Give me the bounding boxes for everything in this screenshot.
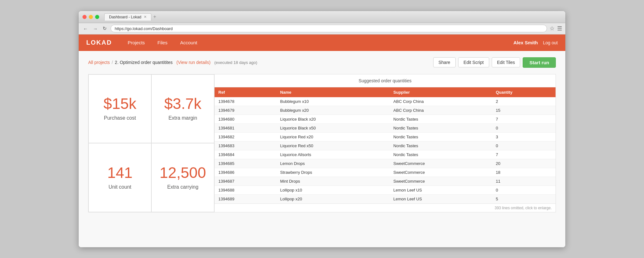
cell-quantity: 3 — [492, 132, 556, 141]
table-row: 1394686 Strawberry Drops SweetCommerce 1… — [215, 168, 556, 177]
cell-supplier: Nordic Tastes — [390, 115, 492, 123]
table-row: 1394687 Mint Drops SweetCommerce 11 — [215, 177, 556, 186]
cell-quantity: 20 — [492, 159, 556, 168]
refresh-button[interactable]: ↻ — [101, 25, 108, 32]
cell-ref: 1394680 — [215, 115, 276, 123]
user-name: Alex Smith — [513, 40, 538, 45]
cell-ref: 1394688 — [215, 186, 276, 194]
tile-purchase-cost: $15k Purchase cost — [88, 74, 151, 143]
table-row: 1394681 Liquorice Black x50 Nordic Taste… — [215, 123, 556, 132]
cell-quantity: 0 — [492, 186, 556, 194]
logout-link[interactable]: Log out — [543, 40, 558, 45]
table-row: 1394688 Lollipop x10 Lemon Leef US 0 — [215, 186, 556, 194]
active-tab[interactable]: Dashboard - Lokad ✕ — [104, 13, 151, 21]
cell-ref: 1394685 — [215, 159, 276, 168]
logo: LOKAD — [86, 39, 112, 46]
extra-carrying-value: 12,500 — [160, 165, 206, 180]
table-title: Suggested order quantities — [215, 74, 556, 87]
close-button[interactable] — [82, 15, 87, 19]
cell-quantity: 11 — [492, 177, 556, 186]
cell-ref: 1394679 — [215, 106, 276, 115]
purchase-cost-value: $15k — [103, 96, 136, 111]
cell-ref: 1394681 — [215, 123, 276, 132]
dashboard-content: $15k Purchase cost $3.7k Extra margin 14… — [88, 74, 556, 212]
table-header-row: Ref Name Supplier Quantity — [215, 87, 556, 97]
start-run-button[interactable]: Start run — [523, 57, 556, 68]
col-quantity: Quantity — [492, 87, 556, 97]
cell-supplier: Nordic Tastes — [390, 141, 492, 150]
view-run-link[interactable]: (View run details) — [176, 60, 210, 65]
cell-quantity: 5 — [492, 194, 556, 203]
maximize-button[interactable] — [95, 15, 99, 19]
edit-script-button[interactable]: Edit Script — [458, 57, 489, 67]
cell-quantity: 15 — [492, 106, 556, 115]
cell-supplier: ABC Corp China — [390, 97, 492, 106]
cell-name: Strawberry Drops — [276, 168, 390, 177]
extra-carrying-label: Extra carrying — [167, 184, 198, 190]
back-button[interactable]: ← — [82, 25, 89, 32]
edit-tiles-button[interactable]: Edit Tiles — [492, 57, 520, 67]
data-table: Ref Name Supplier Quantity 1394678 Bubbl… — [215, 87, 556, 204]
cell-name: Liquorice Red x20 — [276, 132, 390, 141]
table-row: 1394682 Liquorice Red x20 Nordic Tastes … — [215, 132, 556, 141]
breadcrumb-separator: / — [112, 60, 113, 65]
cell-supplier: Lemon Leef US — [390, 194, 492, 203]
tiles-grid: $15k Purchase cost $3.7k Extra margin 14… — [88, 74, 215, 212]
main-nav: Projects Files Account — [121, 35, 204, 51]
action-buttons: Share Edit Script Edit Tiles Start run — [433, 57, 556, 68]
browser-window: Dashboard - Lokad ✕ + ← → ↻ ☆ ☰ LOKAD Pr… — [79, 11, 565, 247]
table-footer[interactable]: 393 lines omitted, click to enlarge. — [215, 204, 556, 212]
nav-projects[interactable]: Projects — [121, 35, 151, 51]
table-row: 1394683 Liquorice Red x50 Nordic Tastes … — [215, 141, 556, 150]
user-section: Alex Smith Log out — [513, 40, 558, 45]
menu-icon[interactable]: ☰ — [557, 25, 562, 32]
cell-supplier: Nordic Tastes — [390, 123, 492, 132]
cell-quantity: 18 — [492, 168, 556, 177]
cell-ref: 1394686 — [215, 168, 276, 177]
minimize-button[interactable] — [89, 15, 93, 19]
tile-extra-carrying: 12,500 Extra carrying — [151, 143, 214, 212]
new-tab-button[interactable]: + — [153, 14, 156, 20]
all-projects-link[interactable]: All projects — [88, 60, 110, 65]
tile-unit-count: 141 Unit count — [88, 143, 151, 212]
cell-supplier: SweetCommerce — [390, 168, 492, 177]
tab-bar: Dashboard - Lokad ✕ + — [104, 13, 156, 21]
col-name: Name — [276, 87, 390, 97]
cell-ref: 1394689 — [215, 194, 276, 203]
cell-name: Liquorice Black x50 — [276, 123, 390, 132]
share-button[interactable]: Share — [433, 57, 456, 67]
col-supplier: Supplier — [390, 87, 492, 97]
purchase-cost-label: Purchase cost — [104, 115, 136, 121]
table-body: 1394678 Bubblegum x10 ABC Corp China 2 1… — [215, 97, 556, 204]
cell-name: Lollipop x10 — [276, 186, 390, 194]
address-input[interactable] — [111, 25, 547, 32]
table-row: 1394680 Liquorice Black x20 Nordic Taste… — [215, 115, 556, 123]
forward-button[interactable]: → — [92, 25, 99, 32]
cell-supplier: Nordic Tastes — [390, 150, 492, 159]
cell-supplier: SweetCommerce — [390, 159, 492, 168]
cell-name: Bubblegum x20 — [276, 106, 390, 115]
cell-quantity: 7 — [492, 150, 556, 159]
cell-name: Liquorice Allsorts — [276, 150, 390, 159]
nav-files[interactable]: Files — [151, 35, 174, 51]
main-content: All projects / 2. Optimized order quanti… — [79, 51, 565, 247]
table-section: Suggested order quantities Ref Name Supp… — [215, 74, 556, 212]
bookmark-icon[interactable]: ☆ — [550, 25, 555, 32]
cell-quantity: 7 — [492, 115, 556, 123]
cell-ref: 1394687 — [215, 177, 276, 186]
nav-account[interactable]: Account — [174, 35, 204, 51]
table-row: 1394684 Liquorice Allsorts Nordic Tastes… — [215, 150, 556, 159]
breadcrumb: All projects / 2. Optimized order quanti… — [88, 60, 257, 65]
cell-supplier: Nordic Tastes — [390, 132, 492, 141]
table-row: 1394685 Lemon Drops SweetCommerce 20 — [215, 159, 556, 168]
unit-count-label: Unit count — [108, 184, 131, 190]
table-row: 1394678 Bubblegum x10 ABC Corp China 2 — [215, 97, 556, 106]
tile-extra-margin: $3.7k Extra margin — [151, 74, 214, 143]
cell-supplier: SweetCommerce — [390, 177, 492, 186]
cell-ref: 1394682 — [215, 132, 276, 141]
cell-quantity: 0 — [492, 141, 556, 150]
extra-margin-value: $3.7k — [164, 96, 201, 111]
extra-margin-label: Extra margin — [168, 115, 197, 121]
tab-close-icon[interactable]: ✕ — [144, 15, 147, 19]
window-controls — [82, 15, 99, 19]
